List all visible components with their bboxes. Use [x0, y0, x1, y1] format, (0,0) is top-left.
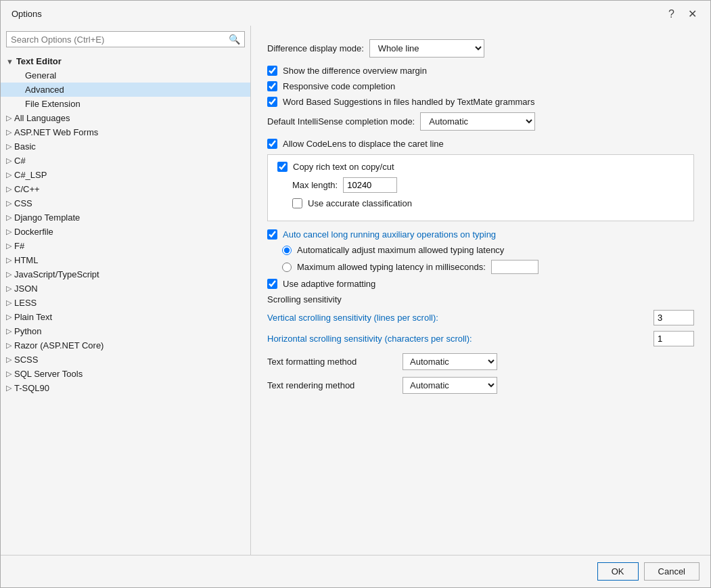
arrow-right-icon: ▷ [6, 270, 12, 279]
sidebar-item-less[interactable]: ▷ LESS [1, 296, 250, 310]
sidebar-item-tsql90[interactable]: ▷ T-SQL90 [1, 381, 250, 395]
arrow-right-icon: ▷ [6, 156, 12, 165]
tree-label: Django Template [14, 212, 80, 223]
sidebar-item-css[interactable]: ▷ CSS [1, 196, 250, 210]
copy-rich-text-label: Copy rich text on copy/cut [293, 162, 394, 172]
sidebar-item-all-languages[interactable]: ▷ All Languages [1, 111, 250, 125]
sidebar-item-advanced[interactable]: Advanced [1, 83, 250, 97]
tree-label: C/C++ [14, 184, 40, 194]
arrow-right-icon: ▷ [6, 227, 12, 236]
arrow-right-icon: ▷ [6, 341, 12, 350]
max-latency-input[interactable] [491, 260, 538, 274]
use-accurate-row: Use accurate classification [292, 198, 684, 208]
arrow-right-icon: ▷ [6, 142, 12, 151]
arrow-right-icon: ▷ [6, 242, 12, 250]
diff-display-select[interactable]: Whole line Character based [369, 39, 484, 58]
word-based-suggestions-checkbox[interactable] [267, 97, 277, 107]
allow-codelens-checkbox[interactable] [267, 139, 277, 149]
sidebar-item-razor[interactable]: ▷ Razor (ASP.NET Core) [1, 338, 250, 353]
tree-label: SCSS [14, 355, 38, 365]
copy-rich-text-row: Copy rich text on copy/cut [277, 162, 684, 172]
scrolling-sensitivity-section: Scrolling sensitivity Vertical scrolling… [267, 294, 694, 346]
sidebar-item-aspnet-web-forms[interactable]: ▷ ASP.NET Web Forms [1, 125, 250, 139]
max-length-input[interactable] [343, 177, 397, 193]
show-diff-margin-row: Show the difference overview margin [267, 66, 694, 76]
arrow-right-icon: ▷ [6, 114, 12, 122]
options-dialog: Options ? ✕ 🔍 ▼ Text Editor General [0, 0, 711, 588]
max-length-label: Max length: [292, 180, 338, 190]
tree-label: C#_LSP [14, 170, 47, 180]
tree-label: Razor (ASP.NET Core) [14, 340, 104, 350]
sidebar-item-cpp[interactable]: ▷ C/C++ [1, 182, 250, 196]
responsive-completion-checkbox[interactable] [267, 81, 277, 91]
arrow-right-icon: ▷ [6, 213, 12, 222]
arrow-right-icon: ▷ [6, 256, 12, 265]
arrow-right-icon: ▷ [6, 327, 12, 336]
auto-adjust-label: Automatically adjust maximum allowed typ… [297, 245, 504, 255]
arrow-right-icon: ▷ [6, 298, 12, 307]
sidebar-item-plain-text[interactable]: ▷ Plain Text [1, 310, 250, 324]
search-icon: 🔍 [229, 34, 240, 45]
intellisense-label: Default IntelliSense completion mode: [267, 116, 415, 127]
use-accurate-label: Use accurate classification [308, 198, 412, 208]
tree-label: Dockerfile [14, 227, 53, 237]
use-accurate-checkbox[interactable] [292, 198, 302, 208]
vertical-sensitivity-input[interactable] [653, 310, 694, 325]
sidebar-item-text-editor[interactable]: ▼ Text Editor [1, 54, 250, 68]
auto-cancel-checkbox[interactable] [267, 229, 277, 240]
search-input[interactable] [11, 35, 229, 45]
intellisense-select[interactable]: Automatic Tab only Tab and Space [420, 112, 535, 131]
horizontal-sensitivity-input[interactable] [653, 331, 694, 346]
arrow-right-icon: ▷ [6, 369, 12, 378]
tree-label: Text Editor [16, 56, 62, 66]
tree-label: JSON [14, 284, 38, 294]
auto-cancel-label: Auto cancel long running auxiliary opera… [283, 229, 496, 240]
sidebar-item-general[interactable]: General [1, 68, 250, 83]
text-formatting-select[interactable]: Automatic Manual [403, 353, 497, 370]
copy-rich-text-checkbox[interactable] [277, 162, 288, 172]
help-button[interactable]: ? [666, 8, 677, 20]
text-formatting-label: Text formatting method [267, 357, 403, 367]
cancel-button[interactable]: Cancel [644, 562, 699, 581]
sidebar-item-basic[interactable]: ▷ Basic [1, 139, 250, 154]
sidebar-item-file-extension[interactable]: File Extension [1, 97, 250, 111]
text-rendering-row: Text rendering method Automatic Manual [267, 377, 694, 394]
allow-codelens-row: Allow CodeLens to displace the caret lin… [267, 139, 694, 149]
sidebar-item-fsharp[interactable]: ▷ F# [1, 239, 250, 253]
max-latency-radio[interactable] [282, 263, 292, 272]
tree-label: F# [14, 241, 24, 251]
show-diff-margin-label: Show the difference overview margin [283, 66, 427, 76]
auto-adjust-radio[interactable] [282, 246, 292, 255]
use-adaptive-label: Use adaptive formatting [283, 279, 375, 289]
arrow-right-icon: ▷ [6, 199, 12, 208]
sidebar-item-json[interactable]: ▷ JSON [1, 281, 250, 296]
arrow-right-icon: ▷ [6, 284, 12, 293]
sidebar-item-scss[interactable]: ▷ SCSS [1, 353, 250, 367]
close-button[interactable]: ✕ [685, 7, 699, 20]
tree-label: General [25, 70, 56, 81]
tree-label: C# [14, 156, 26, 166]
text-rendering-select[interactable]: Automatic Manual [403, 377, 497, 394]
sidebar-item-javascript[interactable]: ▷ JavaScript/TypeScript [1, 267, 250, 281]
show-diff-margin-checkbox[interactable] [267, 66, 277, 76]
vertical-sensitivity-label: Vertical scrolling sensitivity (lines pe… [267, 313, 647, 323]
sidebar-item-python[interactable]: ▷ Python [1, 324, 250, 338]
sidebar-item-django-template[interactable]: ▷ Django Template [1, 210, 250, 225]
arrow-right-icon: ▷ [6, 384, 12, 392]
sidebar-item-sql-server-tools[interactable]: ▷ SQL Server Tools [1, 367, 250, 381]
content-area: Difference display mode: Whole line Char… [251, 26, 710, 555]
horizontal-sensitivity-label: Horizontal scrolling sensitivity (charac… [267, 334, 647, 344]
sidebar-item-html[interactable]: ▷ HTML [1, 253, 250, 267]
sidebar-item-csharp-lsp[interactable]: ▷ C#_LSP [1, 168, 250, 182]
sidebar-item-dockerfile[interactable]: ▷ Dockerfile [1, 225, 250, 239]
responsive-completion-row: Responsive code completion [267, 81, 694, 91]
tree-label: Python [14, 326, 41, 336]
intellisense-row: Default IntelliSense completion mode: Au… [267, 112, 694, 131]
sidebar-item-csharp[interactable]: ▷ C# [1, 154, 250, 168]
use-adaptive-checkbox[interactable] [267, 279, 277, 289]
ok-button[interactable]: OK [597, 562, 639, 581]
tree-label: LESS [14, 298, 37, 308]
auto-cancel-row: Auto cancel long running auxiliary opera… [267, 229, 694, 240]
arrow-right-icon: ▷ [6, 171, 12, 179]
search-box[interactable]: 🔍 [6, 31, 245, 47]
